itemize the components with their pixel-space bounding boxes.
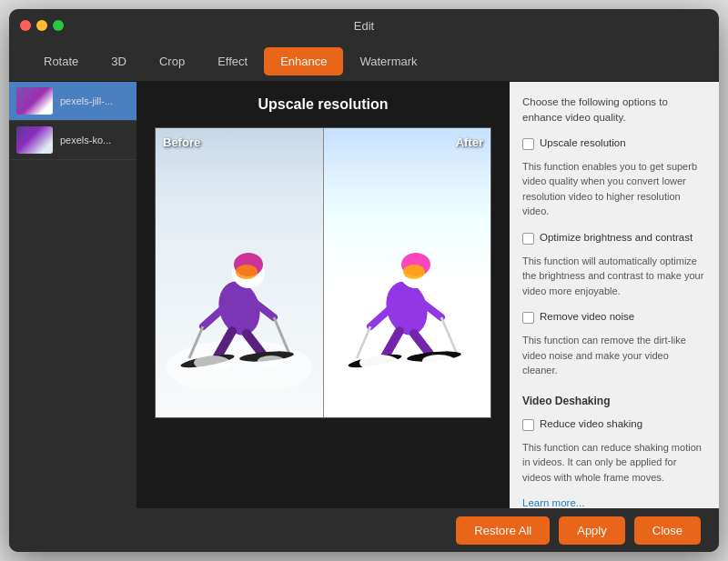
main-window: Edit Rotate 3D Crop Effect Enhance Water… bbox=[9, 9, 719, 552]
svg-point-14 bbox=[258, 356, 285, 366]
option-desc-noise: This function can remove the dirt-like v… bbox=[522, 333, 706, 378]
before-panel: Before bbox=[156, 128, 324, 417]
option-label-brightness: Optimize brightness and contrast bbox=[540, 232, 693, 243]
close-button-bottom[interactable]: Close bbox=[634, 516, 701, 545]
tab-enhance[interactable]: Enhance bbox=[264, 47, 343, 75]
option-label-shaking: Reduce video shaking bbox=[540, 418, 642, 429]
before-after-container: Before bbox=[155, 127, 491, 418]
learn-more-link[interactable]: Learn more... bbox=[522, 497, 706, 508]
minimize-button[interactable] bbox=[36, 20, 47, 31]
sidebar-label-1: pexels-ko... bbox=[60, 135, 111, 145]
svg-point-28 bbox=[359, 355, 399, 371]
main-preview: Upscale resolution Before bbox=[136, 82, 510, 508]
apply-button[interactable]: Apply bbox=[559, 516, 625, 545]
sidebar: pexels-jill-... pexels-ko... bbox=[9, 82, 136, 508]
before-image bbox=[156, 128, 323, 417]
before-label: Before bbox=[163, 135, 200, 149]
section-title-deshaking: Video Deshaking bbox=[522, 395, 706, 407]
tab-crop[interactable]: Crop bbox=[143, 47, 201, 75]
option-row-noise: Remove video noise bbox=[522, 311, 706, 324]
traffic-lights bbox=[20, 20, 64, 31]
option-label-upscale: Upscale resolution bbox=[540, 137, 626, 148]
maximize-button[interactable] bbox=[53, 20, 64, 31]
panel-intro: Choose the following options to enhance … bbox=[522, 95, 706, 126]
tab-bar: Rotate 3D Crop Effect Enhance Watermark bbox=[9, 42, 719, 82]
checkbox-noise[interactable] bbox=[522, 312, 534, 324]
option-row-brightness: Optimize brightness and contrast bbox=[522, 232, 706, 245]
svg-point-19 bbox=[403, 265, 425, 279]
close-button[interactable] bbox=[20, 20, 31, 31]
option-desc-upscale: This function enables you to get superb … bbox=[522, 159, 706, 219]
tab-watermark[interactable]: Watermark bbox=[343, 47, 433, 75]
option-label-noise: Remove video noise bbox=[540, 311, 634, 322]
checkbox-shaking[interactable] bbox=[522, 419, 534, 431]
checkbox-upscale[interactable] bbox=[522, 138, 534, 150]
sidebar-thumb-1 bbox=[16, 126, 53, 154]
content-area: pexels-jill-... pexels-ko... Upscale res… bbox=[9, 82, 719, 508]
after-label: After bbox=[456, 135, 483, 149]
sidebar-item-0[interactable]: pexels-jill-... bbox=[9, 82, 136, 121]
skier-before-svg bbox=[167, 208, 312, 390]
window-title: Edit bbox=[354, 19, 374, 33]
skier-after-svg bbox=[334, 208, 480, 390]
checkbox-brightness[interactable] bbox=[522, 233, 534, 245]
tab-3d[interactable]: 3D bbox=[95, 47, 143, 75]
svg-point-4 bbox=[236, 265, 258, 279]
preview-title: Upscale resolution bbox=[258, 96, 388, 113]
sidebar-thumb-0 bbox=[16, 87, 53, 115]
tab-effect[interactable]: Effect bbox=[201, 47, 264, 75]
bottom-action-bar: Restore All Apply Close bbox=[9, 508, 719, 552]
option-desc-brightness: This function will automatically optimiz… bbox=[522, 254, 706, 299]
svg-point-29 bbox=[422, 355, 455, 367]
after-image bbox=[324, 128, 491, 417]
sidebar-label-0: pexels-jill-... bbox=[60, 95, 113, 106]
right-panel: Choose the following options to enhance … bbox=[510, 82, 719, 508]
sidebar-item-1[interactable]: pexels-ko... bbox=[9, 121, 136, 160]
option-desc-shaking: This function can reduce shaking motion … bbox=[522, 440, 706, 486]
option-row-upscale: Upscale resolution bbox=[522, 137, 706, 150]
restore-all-button[interactable]: Restore All bbox=[456, 516, 550, 545]
svg-point-13 bbox=[194, 356, 230, 370]
option-row-shaking: Reduce video shaking bbox=[522, 418, 706, 431]
after-panel: After bbox=[324, 128, 491, 417]
tab-rotate[interactable]: Rotate bbox=[27, 47, 95, 75]
title-bar: Edit bbox=[9, 9, 719, 42]
